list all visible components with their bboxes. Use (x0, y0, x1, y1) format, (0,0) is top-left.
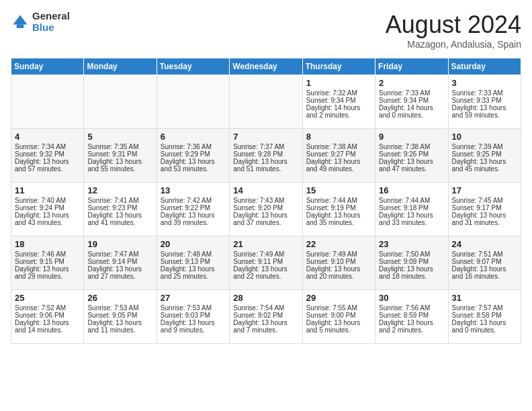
day-content: Sunrise: 7:38 AM (306, 143, 371, 150)
day-content: Sunset: 9:19 PM (306, 204, 371, 212)
day-content: and 41 minutes. (87, 219, 152, 226)
day-content: Sunrise: 7:44 AM (306, 197, 371, 204)
day-content: Daylight: 13 hours (452, 212, 517, 219)
header-row: SundayMondayTuesdayWednesdayThursdayFrid… (11, 58, 521, 75)
day-content: Sunset: 9:22 PM (161, 204, 226, 212)
week-row-0: 1Sunrise: 7:32 AMSunset: 9:34 PMDaylight… (11, 75, 521, 129)
day-content: Sunset: 9:31 PM (87, 150, 152, 158)
day-cell: 15Sunrise: 7:44 AMSunset: 9:19 PMDayligh… (302, 183, 375, 236)
day-content: Sunrise: 7:37 AM (233, 143, 298, 150)
header: General Blue August 2024 Mazagon, Andalu… (11, 11, 521, 50)
day-cell: 27Sunrise: 7:53 AMSunset: 9:03 PMDayligh… (157, 290, 229, 344)
day-cell (11, 75, 84, 129)
day-content: and 22 minutes. (233, 273, 298, 280)
day-number: 23 (379, 239, 444, 249)
day-number: 1 (306, 78, 371, 88)
day-content: Sunrise: 7:53 AM (87, 304, 152, 312)
day-content: Sunset: 9:10 PM (306, 258, 371, 265)
day-content: Daylight: 13 hours (87, 212, 152, 219)
day-cell: 30Sunrise: 7:56 AMSunset: 8:59 PMDayligh… (375, 290, 448, 344)
header-cell-friday: Friday (375, 58, 448, 75)
day-content: Sunrise: 7:33 AM (379, 89, 444, 97)
day-content: Sunrise: 7:32 AM (306, 89, 371, 97)
day-cell: 8Sunrise: 7:38 AMSunset: 9:27 PMDaylight… (302, 129, 375, 183)
day-number: 28 (233, 293, 298, 303)
day-cell: 31Sunrise: 7:57 AMSunset: 8:58 PMDayligh… (448, 290, 521, 344)
day-content: and 2 minutes. (306, 111, 371, 119)
day-content: and 57 minutes. (15, 165, 80, 173)
day-content: and 43 minutes. (15, 219, 80, 226)
day-number: 19 (87, 239, 152, 249)
title-area: August 2024 Mazagon, Andalusia, Spain (386, 11, 521, 50)
day-content: Daylight: 13 hours (306, 319, 371, 326)
day-number: 27 (161, 293, 226, 303)
day-content: Sunrise: 7:39 AM (452, 143, 517, 150)
day-content: and 11 minutes. (87, 326, 152, 334)
day-content: and 29 minutes. (15, 273, 80, 280)
day-content: Daylight: 13 hours (379, 158, 444, 165)
day-content: and 0 minutes. (452, 326, 517, 334)
day-number: 18 (15, 239, 80, 249)
svg-rect-1 (17, 24, 24, 28)
day-cell: 21Sunrise: 7:49 AMSunset: 9:11 PMDayligh… (230, 236, 302, 290)
day-content: and 45 minutes. (452, 165, 517, 173)
day-content: Daylight: 13 hours (233, 212, 298, 219)
day-content: Daylight: 13 hours (15, 212, 80, 219)
day-content: Sunrise: 7:43 AM (233, 197, 298, 204)
day-content: Sunrise: 7:44 AM (379, 197, 444, 204)
day-content: Sunset: 9:23 PM (87, 204, 152, 212)
day-content: Sunrise: 7:49 AM (306, 250, 371, 258)
day-content: Sunrise: 7:33 AM (452, 89, 517, 97)
day-content: Daylight: 13 hours (87, 319, 152, 326)
day-number: 12 (87, 185, 152, 195)
day-content: Daylight: 14 hours (306, 104, 371, 111)
day-content: Daylight: 13 hours (15, 319, 80, 326)
day-cell: 4Sunrise: 7:34 AMSunset: 9:32 PMDaylight… (11, 129, 84, 183)
week-row-2: 11Sunrise: 7:40 AMSunset: 9:24 PMDayligh… (11, 183, 521, 236)
day-number: 4 (15, 132, 80, 142)
day-cell: 23Sunrise: 7:50 AMSunset: 9:09 PMDayligh… (375, 236, 448, 290)
day-cell (157, 75, 229, 129)
day-content: Sunrise: 7:46 AM (15, 250, 80, 258)
day-content: Daylight: 13 hours (87, 265, 152, 273)
day-cell: 7Sunrise: 7:37 AMSunset: 9:28 PMDaylight… (230, 129, 302, 183)
day-content: Sunset: 9:17 PM (452, 204, 517, 212)
logo-blue-text: Blue (32, 22, 70, 34)
day-cell: 9Sunrise: 7:38 AMSunset: 9:26 PMDaylight… (375, 129, 448, 183)
calendar-body: 1Sunrise: 7:32 AMSunset: 9:34 PMDaylight… (11, 75, 521, 344)
day-cell (230, 75, 302, 129)
day-cell: 26Sunrise: 7:53 AMSunset: 9:05 PMDayligh… (84, 290, 157, 344)
day-number: 13 (161, 185, 226, 195)
day-content: and 25 minutes. (161, 273, 226, 280)
day-content: Sunrise: 7:48 AM (161, 250, 226, 258)
day-content: Sunrise: 7:55 AM (306, 304, 371, 312)
day-content: Daylight: 13 hours (15, 265, 80, 273)
day-content: Sunrise: 7:38 AM (379, 143, 444, 150)
logo: General Blue (11, 11, 70, 33)
day-cell: 14Sunrise: 7:43 AMSunset: 9:20 PMDayligh… (230, 183, 302, 236)
day-content: Daylight: 13 hours (161, 212, 226, 219)
day-number: 11 (15, 185, 80, 195)
day-content: Sunrise: 7:53 AM (161, 304, 226, 312)
day-content: Sunset: 9:07 PM (452, 258, 517, 265)
day-content: Sunset: 8:58 PM (452, 312, 517, 319)
day-content: and 59 minutes. (452, 111, 517, 119)
day-content: Sunset: 9:34 PM (379, 97, 444, 104)
logo-general-text: General (32, 11, 70, 22)
day-number: 2 (379, 78, 444, 88)
day-content: Daylight: 13 hours (379, 212, 444, 219)
day-content: and 9 minutes. (161, 326, 226, 334)
main-title: August 2024 (386, 11, 521, 39)
day-cell: 10Sunrise: 7:39 AMSunset: 9:25 PMDayligh… (448, 129, 521, 183)
day-content: and 5 minutes. (306, 326, 371, 334)
day-cell: 19Sunrise: 7:47 AMSunset: 9:14 PMDayligh… (84, 236, 157, 290)
calendar-header: SundayMondayTuesdayWednesdayThursdayFrid… (11, 58, 521, 75)
day-content: and 35 minutes. (306, 219, 371, 226)
day-content: Sunset: 9:05 PM (87, 312, 152, 319)
day-cell: 12Sunrise: 7:41 AMSunset: 9:23 PMDayligh… (84, 183, 157, 236)
day-content: Daylight: 13 hours (87, 158, 152, 165)
day-content: Sunset: 9:03 PM (161, 312, 226, 319)
day-content: Sunrise: 7:47 AM (87, 250, 152, 258)
day-content: Daylight: 13 hours (306, 265, 371, 273)
day-content: Daylight: 13 hours (306, 212, 371, 219)
